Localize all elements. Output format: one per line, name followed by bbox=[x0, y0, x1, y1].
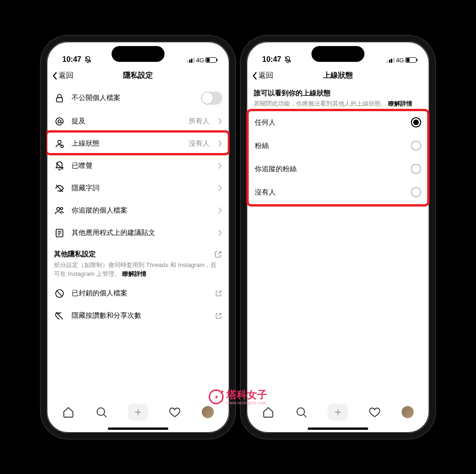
person-status-icon bbox=[54, 138, 65, 149]
row-blocked[interactable]: 已封鎖的個人檔案 bbox=[46, 282, 230, 305]
notch bbox=[311, 46, 364, 62]
phone-left: 10:47 4G 返回 隱私設定 不公開個人檔案 提及 所有人 bbox=[41, 36, 235, 439]
radio-unselected[interactable] bbox=[411, 164, 421, 174]
row-suggested-posts[interactable]: 其他應用程式上的建議貼文 bbox=[46, 222, 230, 244]
other-privacy-section: 其他隱私設定 部分設定（如限制）會同時套用到 Threads 和 Instagr… bbox=[46, 244, 230, 279]
network-label: 4G bbox=[196, 57, 204, 64]
row-online-status[interactable]: 上線狀態 沒有人 bbox=[46, 133, 230, 155]
home-icon[interactable] bbox=[262, 406, 274, 418]
learn-more-link[interactable]: 瞭解詳情 bbox=[388, 100, 412, 107]
network-label: 4G bbox=[396, 57, 404, 64]
phone-right: 10:47 4G 返回 上線狀態 誰可以看到你的上線狀態 若關閉此功能，你將無法… bbox=[241, 36, 435, 439]
row-label: 已噤聲 bbox=[72, 161, 212, 170]
external-link-icon[interactable] bbox=[214, 250, 222, 258]
chevron-right-icon bbox=[218, 118, 222, 125]
hidden-words-icon bbox=[54, 183, 65, 194]
option-label: 任何人 bbox=[255, 118, 276, 127]
row-label: 你追蹤的個人檔案 bbox=[72, 206, 212, 215]
section-title-text: 其他隱私設定 bbox=[54, 250, 96, 259]
row-hide-likes[interactable]: 隱藏按讚數和分享次數 bbox=[46, 305, 230, 327]
chevron-right-icon bbox=[218, 140, 222, 147]
radio-selected[interactable] bbox=[411, 117, 421, 127]
option-followers[interactable]: 粉絲 bbox=[246, 134, 430, 157]
status-time: 10:47 bbox=[62, 55, 81, 64]
row-muted[interactable]: 已噤聲 bbox=[46, 155, 230, 177]
heart-icon[interactable] bbox=[169, 406, 181, 418]
compose-button[interactable] bbox=[128, 404, 148, 421]
row-label: 已封鎖的個人檔案 bbox=[72, 289, 209, 298]
page-title: 上線狀態 bbox=[323, 71, 353, 80]
external-link-icon bbox=[215, 312, 222, 319]
watermark-sub: www.tech-girlz.com bbox=[226, 401, 267, 405]
external-link-icon bbox=[215, 290, 222, 297]
back-button[interactable]: 返回 bbox=[52, 71, 73, 80]
back-button[interactable]: 返回 bbox=[252, 71, 273, 80]
signal-icon bbox=[387, 58, 395, 63]
row-hidden-words[interactable]: 隱藏字詞 bbox=[46, 177, 230, 200]
section-desc: 部分設定（如限制）會同時套用到 Threads 和 Instagram，且可在 … bbox=[54, 260, 222, 279]
notch bbox=[112, 46, 165, 62]
battery-icon bbox=[405, 57, 416, 63]
at-icon bbox=[54, 116, 65, 127]
settings-list: 不公開個人檔案 提及 所有人 上線狀態 沒有人 已噤聲 隱藏字詞 bbox=[46, 86, 230, 327]
page-title: 隱私設定 bbox=[123, 71, 153, 80]
back-label: 返回 bbox=[59, 71, 73, 80]
lock-icon bbox=[54, 93, 65, 104]
svg-point-16 bbox=[97, 407, 104, 415]
svg-line-17 bbox=[104, 414, 106, 417]
bell-off-icon bbox=[284, 56, 291, 63]
row-profiles-you-follow[interactable]: 你追蹤的個人檔案 bbox=[46, 200, 230, 222]
bell-off-icon bbox=[84, 56, 92, 63]
home-indicator[interactable] bbox=[108, 427, 168, 430]
battery-icon bbox=[205, 57, 217, 63]
bell-slash-icon bbox=[54, 160, 65, 172]
radio-options: 任何人 粉絲 你追蹤的粉絲 沒有人 bbox=[246, 111, 430, 204]
svg-rect-1 bbox=[57, 98, 63, 102]
row-private-profile[interactable]: 不公開個人檔案 bbox=[46, 86, 230, 110]
svg-point-8 bbox=[60, 207, 63, 210]
home-icon[interactable] bbox=[62, 406, 74, 418]
option-label: 你追蹤的粉絲 bbox=[255, 165, 297, 174]
document-icon bbox=[54, 227, 65, 239]
radio-unselected[interactable] bbox=[411, 140, 421, 151]
avatar[interactable] bbox=[202, 406, 214, 418]
chevron-right-icon bbox=[218, 185, 222, 192]
option-everyone[interactable]: 任何人 bbox=[246, 111, 430, 134]
people-icon bbox=[54, 205, 65, 216]
chevron-left-icon bbox=[252, 72, 258, 80]
learn-more-link[interactable]: 瞭解詳情 bbox=[122, 270, 146, 277]
visibility-section: 誰可以看到你的上線狀態 若關閉此功能，你將無法看到其他人的上線狀態。 瞭解詳情 bbox=[246, 86, 430, 108]
nav-header: 返回 上線狀態 bbox=[246, 66, 430, 86]
row-label: 提及 bbox=[72, 117, 182, 126]
row-label: 不公開個人檔案 bbox=[72, 93, 194, 102]
row-label: 其他應用程式上的建議貼文 bbox=[72, 228, 212, 237]
row-label: 隱藏按讚數和分享次數 bbox=[72, 311, 209, 320]
row-value: 所有人 bbox=[189, 117, 210, 126]
svg-line-14 bbox=[57, 291, 62, 296]
chevron-left-icon bbox=[52, 72, 58, 80]
back-label: 返回 bbox=[258, 71, 273, 80]
search-icon[interactable] bbox=[95, 406, 107, 418]
toggle-off[interactable] bbox=[201, 92, 222, 105]
home-indicator[interactable] bbox=[308, 427, 368, 430]
chevron-right-icon bbox=[218, 207, 222, 214]
option-followers-you-follow[interactable]: 你追蹤的粉絲 bbox=[246, 157, 430, 180]
row-mentions[interactable]: 提及 所有人 bbox=[46, 110, 230, 133]
row-label: 隱藏字詞 bbox=[72, 184, 212, 193]
status-time: 10:47 bbox=[262, 55, 281, 64]
svg-point-2 bbox=[58, 120, 61, 122]
option-nobody[interactable]: 沒有人 bbox=[246, 180, 430, 204]
watermark-title: 塔科女子 bbox=[226, 388, 267, 402]
radio-unselected[interactable] bbox=[411, 187, 421, 197]
svg-point-4 bbox=[61, 145, 64, 147]
option-label: 粉絲 bbox=[255, 141, 269, 150]
section-desc: 若關閉此功能，你將無法看到其他人的上線狀態。 瞭解詳情 bbox=[254, 100, 422, 108]
row-value: 沒有人 bbox=[189, 139, 210, 148]
compose-button[interactable] bbox=[328, 404, 348, 421]
avatar[interactable] bbox=[402, 406, 414, 418]
blocked-icon bbox=[54, 288, 65, 299]
heart-slash-icon bbox=[54, 310, 65, 321]
heart-icon[interactable] bbox=[369, 406, 381, 418]
search-icon[interactable] bbox=[295, 406, 307, 418]
section-title-text: 誰可以看到你的上線狀態 bbox=[254, 89, 422, 98]
